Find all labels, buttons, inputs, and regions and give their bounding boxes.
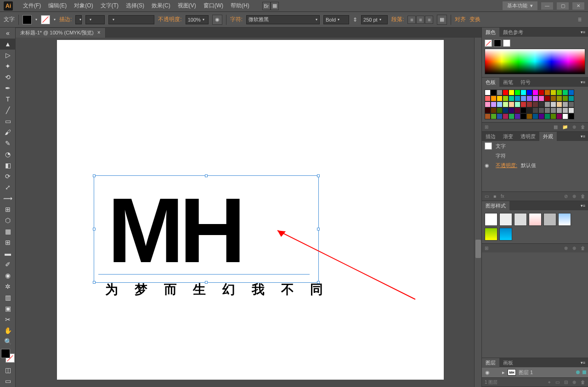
swatch-cell[interactable] xyxy=(503,95,509,101)
tab-layers[interactable]: 图层 xyxy=(482,358,499,368)
new-group-icon[interactable]: 📁 xyxy=(562,124,568,129)
delete-icon[interactable]: 🗑 xyxy=(581,194,585,199)
style-thumb[interactable] xyxy=(485,213,498,226)
close-button[interactable]: ✕ xyxy=(572,2,584,10)
rotate-tool[interactable]: ⟳ xyxy=(0,171,16,182)
scroll-thumb[interactable] xyxy=(475,240,481,258)
style-thumb[interactable] xyxy=(558,213,571,226)
swatch-cell[interactable] xyxy=(509,101,514,107)
swatch-cell[interactable] xyxy=(544,107,550,113)
swatch-cell[interactable] xyxy=(520,95,526,101)
appearance-row-opacity[interactable]: ◉ 不透明度: 默认值 xyxy=(482,161,588,170)
menu-edit[interactable]: 编辑(E) xyxy=(45,0,70,11)
panel-menu-icon[interactable]: ▾≡ xyxy=(578,134,588,139)
locate-icon[interactable]: ⌖ xyxy=(548,380,551,385)
menu-view[interactable]: 视图(V) xyxy=(174,0,200,11)
swatch-cell[interactable] xyxy=(550,107,556,113)
add-effect-icon[interactable]: fx xyxy=(501,194,504,199)
canvas-viewport[interactable]: MH 为 梦 而 生 幻 我 不 同 xyxy=(16,38,481,387)
swatch-cell[interactable] xyxy=(544,113,550,119)
hand-tool[interactable]: ✋ xyxy=(0,325,16,336)
swatch-cell[interactable] xyxy=(485,113,491,119)
menu-object[interactable]: 对象(O) xyxy=(70,0,96,11)
panel-menu-icon[interactable]: ▾≡ xyxy=(578,360,588,365)
swatch-cell[interactable] xyxy=(520,101,526,107)
swatch-cell[interactable] xyxy=(491,90,497,95)
black-swatch[interactable] xyxy=(494,39,501,47)
draw-mode-icon[interactable]: ◫ xyxy=(0,365,16,376)
swatch-cell[interactable] xyxy=(538,101,544,107)
clear-icon[interactable]: ⊘ xyxy=(564,194,568,199)
swatch-cell[interactable] xyxy=(485,95,491,101)
tab-gradient[interactable]: 渐变 xyxy=(499,132,517,141)
swatch-cell[interactable] xyxy=(550,113,556,119)
swatch-cell[interactable] xyxy=(532,113,538,119)
stroke-swatch[interactable] xyxy=(41,15,50,24)
tab-appearance[interactable]: 外观 xyxy=(539,132,557,141)
style-thumb[interactable] xyxy=(485,228,498,241)
swatch-cell[interactable] xyxy=(538,113,544,119)
rectangle-tool[interactable]: ▭ xyxy=(0,116,16,127)
swatch-cell[interactable] xyxy=(550,101,556,107)
swatch-cell[interactable] xyxy=(509,113,514,119)
scale-tool[interactable]: ⤢ xyxy=(0,182,16,193)
stroke-profile-dropdown[interactable]: ▾ xyxy=(85,15,105,24)
make-clip-icon[interactable]: ▭ xyxy=(555,380,560,385)
direct-selection-tool[interactable]: ▷ xyxy=(0,50,16,61)
new-swatch-icon[interactable]: ⊕ xyxy=(572,124,576,129)
opacity-dropdown[interactable]: 100%▾ xyxy=(186,15,209,24)
swatch-cell[interactable] xyxy=(497,113,503,119)
zoom-tool[interactable]: 🔍 xyxy=(0,336,16,347)
controlbar-menu-icon[interactable]: ☰ xyxy=(575,17,584,22)
recolor-icon[interactable]: ◉ xyxy=(212,15,222,25)
pencil-tool[interactable]: ✎ xyxy=(0,138,16,149)
swatch-cell[interactable] xyxy=(550,95,556,101)
blob-brush-tool[interactable]: ◔ xyxy=(0,149,16,160)
vertical-scrollbar[interactable] xyxy=(474,38,481,387)
paintbrush-tool[interactable]: 🖌 xyxy=(0,127,16,138)
layer-name[interactable]: 图层 1 xyxy=(519,369,533,376)
tab-brushes[interactable]: 画笔 xyxy=(499,78,517,87)
width-tool[interactable]: ⟿ xyxy=(0,193,16,204)
target-icon[interactable] xyxy=(576,370,580,374)
tab-close-icon[interactable]: × xyxy=(97,29,101,36)
artboard-tool[interactable]: ▣ xyxy=(0,303,16,314)
selection-bounds[interactable] xyxy=(94,175,319,283)
swatch-cell[interactable] xyxy=(491,101,497,107)
panel-menu-icon[interactable]: ▾≡ xyxy=(578,80,588,84)
swatch-cell[interactable] xyxy=(485,90,491,95)
swatch-cell[interactable] xyxy=(568,107,574,113)
style-thumb[interactable] xyxy=(514,213,527,226)
menu-file[interactable]: 文件(F) xyxy=(19,0,45,11)
mesh-tool[interactable]: ⊞ xyxy=(0,237,16,248)
delete-layer-icon[interactable]: 🗑 xyxy=(581,380,585,385)
swatches-grid[interactable] xyxy=(485,90,585,119)
swatch-cell[interactable] xyxy=(485,107,491,113)
swatch-cell[interactable] xyxy=(556,101,562,107)
tab-artboards[interactable]: 画板 xyxy=(499,358,517,368)
new-layer-icon[interactable]: ⊕ xyxy=(572,380,576,385)
expand-layer-icon[interactable]: ▸ xyxy=(502,370,505,376)
font-family-dropdown[interactable]: 微软雅黑▾ xyxy=(246,15,320,24)
swatch-cell[interactable] xyxy=(562,95,568,101)
toolbox-collapse-icon[interactable]: « xyxy=(0,28,16,39)
character-label[interactable]: 字符: xyxy=(230,16,243,23)
stroke-label[interactable]: 描边: xyxy=(59,16,72,23)
swatch-cell[interactable] xyxy=(503,101,509,107)
style-lib-icon[interactable]: ⊞ xyxy=(485,246,488,251)
eyedropper-tool[interactable]: ✐ xyxy=(0,259,16,270)
swatch-cell[interactable] xyxy=(526,95,532,101)
swatch-cell[interactable] xyxy=(485,101,491,107)
swatch-cell[interactable] xyxy=(514,113,520,119)
dup-icon[interactable]: ⊕ xyxy=(572,194,576,199)
swatch-cell[interactable] xyxy=(497,107,503,113)
swatch-cell[interactable] xyxy=(497,90,503,95)
gradient-tool[interactable]: ▬ xyxy=(0,248,16,259)
swatch-cell[interactable] xyxy=(550,90,556,95)
swatch-cell[interactable] xyxy=(514,95,520,101)
appearance-row-type[interactable]: 文字 xyxy=(482,141,588,151)
menu-select[interactable]: 选择(S) xyxy=(122,0,148,11)
swatch-cell[interactable] xyxy=(526,107,532,113)
swatch-cell[interactable] xyxy=(562,113,568,119)
tab-color[interactable]: 颜色 xyxy=(482,28,499,37)
